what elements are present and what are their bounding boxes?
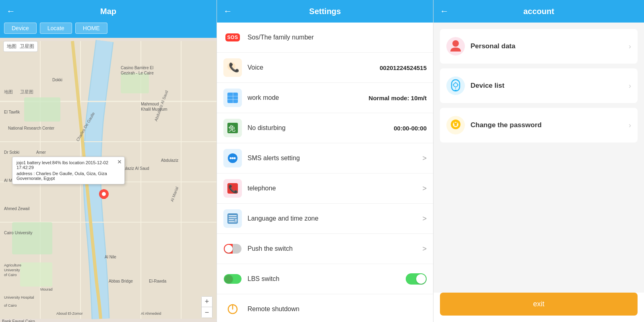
voice-value: 00201224524515 xyxy=(380,64,427,71)
zoom-out-button[interactable]: − xyxy=(202,307,212,318)
exit-button[interactable]: exit xyxy=(440,293,638,316)
device-button[interactable]: Device xyxy=(4,23,37,34)
svg-text:Aboud El-Zomor: Aboud El-Zomor xyxy=(56,312,83,316)
map-zoom-controls: + − xyxy=(201,296,213,318)
lbs-toggle[interactable] xyxy=(406,273,427,285)
svg-rect-63 xyxy=(229,217,237,218)
settings-item-sos[interactable]: SOS Sos/The family number xyxy=(217,23,433,53)
map-type-map[interactable]: 地图 xyxy=(7,43,17,50)
svg-text:Gezirah - Le Caire: Gezirah - Le Caire xyxy=(121,71,154,75)
svg-text:Mourad: Mourad xyxy=(40,287,53,291)
telephone-arrow: > xyxy=(422,184,427,193)
settings-item-push[interactable]: Push the switch > xyxy=(217,234,433,264)
map-type-satellite[interactable]: 卫星图 xyxy=(20,43,34,50)
popup-line1: jojo1 battery level:84% lbs location 201… xyxy=(17,160,120,170)
push-label: Push the switch xyxy=(248,245,419,252)
language-arrow: > xyxy=(422,215,427,223)
account-back-button[interactable]: ← xyxy=(440,6,449,17)
svg-rect-78 xyxy=(454,90,457,91)
svg-text:Abdulaziz: Abdulaziz xyxy=(161,158,178,163)
svg-text:Mahmoud: Mahmoud xyxy=(141,102,159,106)
svg-text:📞: 📞 xyxy=(228,184,238,194)
svg-rect-67 xyxy=(235,219,237,220)
settings-item-voice[interactable]: 📞 Voice 00201224524515 xyxy=(217,53,433,83)
svg-text:Cairo University: Cairo University xyxy=(4,231,33,235)
map-title: Map xyxy=(100,7,116,16)
settings-item-lbs[interactable]: LBS switch xyxy=(217,264,433,294)
personal-data-item[interactable]: Personal data › xyxy=(440,29,638,64)
home-button[interactable]: HOME xyxy=(75,23,107,34)
svg-text:of Cairo: of Cairo xyxy=(4,273,17,277)
locate-button[interactable]: Locate xyxy=(40,23,72,34)
settings-item-language[interactable]: Language and time zone > xyxy=(217,204,433,234)
settings-item-workmode[interactable]: work mode Normal mode: 10m/t xyxy=(217,83,433,113)
sos-label: Sos/The family number xyxy=(248,34,427,41)
device-list-icon xyxy=(446,76,465,95)
account-header: ← account xyxy=(433,0,644,23)
svg-text:Amer: Amer xyxy=(36,150,46,155)
svg-text:卫星图: 卫星图 xyxy=(20,89,33,94)
svg-text:地图: 地图 xyxy=(4,89,13,94)
map-info-popup: ✕ jojo1 battery level:84% lbs location 2… xyxy=(12,157,125,184)
map-header: ← Map xyxy=(0,0,217,23)
svg-rect-10 xyxy=(121,73,149,93)
svg-point-56 xyxy=(230,157,232,159)
svg-rect-68 xyxy=(235,221,237,221)
svg-point-73 xyxy=(454,83,458,87)
voice-icon: 📞 xyxy=(223,58,242,77)
settings-item-shutdown[interactable]: Remote shutdown xyxy=(217,294,433,322)
svg-text:Dokki: Dokki xyxy=(52,78,62,82)
svg-text:Khalil Museum: Khalil Museum xyxy=(141,107,167,111)
settings-item-telephone[interactable]: 📞 telephone > xyxy=(217,173,433,204)
svg-text:Casino Barrière El: Casino Barrière El xyxy=(121,66,153,70)
svg-text:免: 免 xyxy=(228,124,235,132)
svg-point-57 xyxy=(232,157,234,159)
svg-text:National Research Center: National Research Center xyxy=(8,126,55,130)
svg-rect-46 xyxy=(102,198,105,199)
voice-label: Voice xyxy=(248,64,380,71)
settings-item-nodisturb[interactable]: 免 No disturbing 00:00-00:00 xyxy=(217,113,433,143)
account-list: Personal data › Device list › xyxy=(433,23,644,293)
svg-text:Al Nile: Al Nile xyxy=(105,255,116,259)
svg-text:Bank Faysal Cairo: Bank Faysal Cairo xyxy=(2,319,35,322)
svg-rect-83 xyxy=(455,124,456,126)
change-password-icon xyxy=(446,116,465,134)
map-back-button[interactable]: ← xyxy=(6,6,15,17)
change-password-item[interactable]: Change the password › xyxy=(440,108,638,142)
sms-arrow: > xyxy=(422,154,427,163)
map-type-toggle[interactable]: 地图 卫星图 xyxy=(3,41,38,52)
account-title: account xyxy=(523,7,554,16)
language-icon xyxy=(223,209,242,228)
svg-rect-64 xyxy=(229,219,234,220)
svg-rect-51 xyxy=(227,96,238,97)
popup-close-button[interactable]: ✕ xyxy=(117,159,122,165)
svg-text:Abbas Bridge: Abbas Bridge xyxy=(109,279,133,283)
svg-rect-9 xyxy=(24,97,60,122)
nodisturb-value: 00:00-00:00 xyxy=(394,125,427,132)
settings-back-button[interactable]: ← xyxy=(223,6,232,17)
account-panel: ← account Personal data › xyxy=(433,0,644,322)
svg-point-45 xyxy=(102,192,106,196)
workmode-value: Normal mode: 10m/t xyxy=(369,95,427,101)
sms-label: SMS alerts setting xyxy=(248,155,419,162)
svg-rect-12 xyxy=(20,262,52,287)
lbs-icon xyxy=(223,270,242,288)
svg-rect-50 xyxy=(233,93,233,103)
sms-icon xyxy=(223,149,242,167)
push-arrow: > xyxy=(422,245,427,253)
svg-text:Agriculture: Agriculture xyxy=(4,263,21,267)
nodisturb-label: No disturbing xyxy=(248,124,394,132)
svg-rect-66 xyxy=(234,219,238,222)
map-area[interactable]: 地图 卫星图 El Tawfik Dokki Casino Barrière E… xyxy=(0,38,217,322)
settings-item-sms[interactable]: SMS alerts setting > xyxy=(217,143,433,173)
shutdown-icon xyxy=(223,300,242,318)
device-list-item[interactable]: Device list › xyxy=(440,68,638,103)
zoom-in-button[interactable]: + xyxy=(202,297,212,307)
svg-text:Ahmed Zewail: Ahmed Zewail xyxy=(4,206,29,211)
svg-rect-62 xyxy=(229,215,237,216)
svg-rect-11 xyxy=(12,222,52,254)
shutdown-label: Remote shutdown xyxy=(248,305,427,313)
svg-text:University: University xyxy=(4,268,20,272)
svg-text:📞: 📞 xyxy=(229,62,239,73)
device-list-label: Device list xyxy=(471,82,629,90)
